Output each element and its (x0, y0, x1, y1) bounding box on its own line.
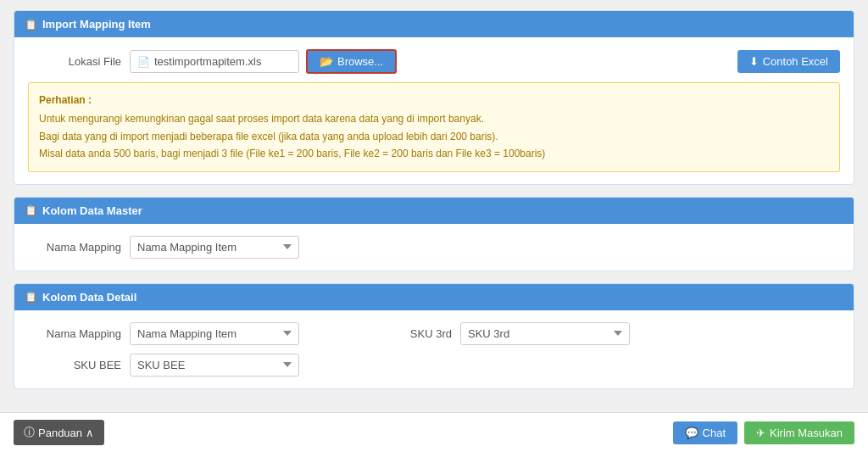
detail-header-icon: 📋 (25, 291, 37, 303)
alert-line-1: Untuk mengurangi kemungkinan gagal saat … (39, 110, 829, 127)
kolom-master-title: Kolom Data Master (42, 204, 142, 217)
import-mapping-header: 📋 Import Mapping Item (14, 11, 854, 37)
kolom-detail-header: 📋 Kolom Data Detail (14, 284, 854, 310)
detail-row-1: Nama Mapping Nama Mapping Item SKU BEE S… (28, 322, 840, 345)
kolom-master-header: 📋 Kolom Data Master (14, 198, 854, 224)
send-icon: ✈ (756, 427, 765, 439)
import-mapping-body: Lokasi File 📄 testimportmapitem.xls 📂 Br… (14, 37, 854, 184)
chat-button[interactable]: 💬 Chat (673, 421, 737, 444)
master-nama-mapping-label: Nama Mapping (28, 241, 121, 254)
download-icon: ⬇ (749, 55, 759, 68)
footer: ⓘ Panduan ∧ 💬 Chat ✈ Kirim Masukan (0, 412, 868, 452)
panduan-label: Panduan (38, 427, 82, 439)
browse-label: Browse... (337, 55, 383, 68)
panduan-chevron: ∧ (86, 427, 94, 439)
contoh-excel-button[interactable]: ⬇ Contoh Excel (737, 50, 840, 73)
kolom-detail-card: 📋 Kolom Data Detail Nama Mapping Nama Ma… (14, 283, 854, 389)
excel-button-label: Contoh Excel (763, 55, 828, 68)
question-icon: ⓘ (24, 425, 35, 440)
footer-right: 💬 Chat ✈ Kirim Masukan (673, 421, 854, 444)
chat-label: Chat (703, 427, 726, 439)
file-doc-icon: 📄 (137, 56, 150, 68)
detail-sku3rd-label: SKU 3rd (359, 327, 452, 340)
kolom-master-body: Nama Mapping Nama Mapping Item SKU BEE S… (14, 224, 854, 271)
file-row: 📄 testimportmapitem.xls 📂 Browse... (130, 49, 397, 74)
alert-line-2: Bagi data yang di import menjadi beberap… (39, 128, 829, 145)
master-header-icon: 📋 (25, 204, 37, 216)
detail-nama-mapping-select[interactable]: Nama Mapping Item SKU BEE SKU 3rd (130, 322, 299, 345)
master-nama-mapping-row: Nama Mapping Nama Mapping Item SKU BEE S… (28, 236, 840, 259)
detail-row-2: SKU BEE SKU BEE Nama Mapping Item SKU 3r… (28, 354, 840, 377)
detail-col-sku-bee: SKU BEE SKU BEE Nama Mapping Item SKU 3r… (28, 354, 299, 377)
kirim-label: Kirim Masukan (770, 427, 843, 439)
detail-col-nama-mapping: Nama Mapping Nama Mapping Item SKU BEE S… (28, 322, 299, 345)
chat-icon: 💬 (685, 427, 698, 439)
panduan-button[interactable]: ⓘ Panduan ∧ (14, 420, 104, 445)
detail-sku-bee-select[interactable]: SKU BEE Nama Mapping Item SKU 3rd (130, 354, 299, 377)
master-nama-mapping-select[interactable]: Nama Mapping Item SKU BEE SKU 3rd (130, 236, 299, 259)
detail-nama-mapping-label: Nama Mapping (28, 327, 121, 340)
browse-folder-icon: 📂 (320, 55, 333, 68)
file-name: testimportmapitem.xls (154, 55, 261, 68)
file-label: Lokasi File (28, 55, 121, 68)
detail-sku-bee-label: SKU BEE (28, 359, 121, 371)
kolom-detail-title: Kolom Data Detail (42, 291, 136, 304)
alert-title: Perhatian : (39, 92, 829, 109)
kolom-master-card: 📋 Kolom Data Master Nama Mapping Nama Ma… (14, 197, 854, 271)
import-header-icon: 📋 (25, 19, 37, 31)
kolom-detail-body: Nama Mapping Nama Mapping Item SKU BEE S… (14, 310, 854, 388)
footer-left: ⓘ Panduan ∧ (14, 420, 104, 445)
file-value-display: 📄 testimportmapitem.xls (130, 50, 299, 73)
file-input-row: Lokasi File 📄 testimportmapitem.xls 📂 Br… (28, 49, 840, 74)
kirim-masukan-button[interactable]: ✈ Kirim Masukan (744, 421, 854, 444)
import-mapping-title: Import Mapping Item (42, 18, 151, 31)
alert-line-3: Misal data anda 500 baris, bagi menjadi … (39, 145, 829, 162)
detail-col-sku3rd: SKU 3rd SKU 3rd Nama Mapping Item SKU BE… (359, 322, 630, 345)
detail-sku3rd-select[interactable]: SKU 3rd Nama Mapping Item SKU BEE (460, 322, 630, 345)
warning-alert: Perhatian : Untuk mengurangi kemungkinan… (28, 82, 840, 172)
browse-button[interactable]: 📂 Browse... (306, 49, 397, 74)
import-mapping-card: 📋 Import Mapping Item Lokasi File 📄 test… (14, 10, 854, 185)
